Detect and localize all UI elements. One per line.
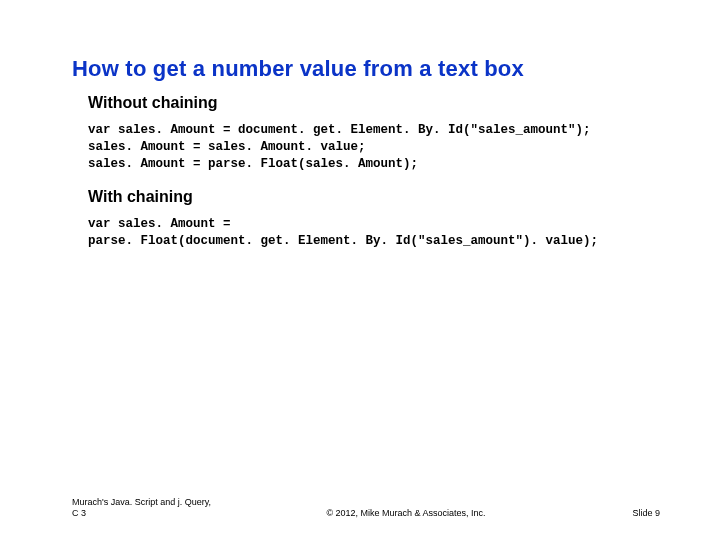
footer-book-title: Murach's Java. Script and j. Query, [72, 497, 211, 507]
footer-slide-number: Slide 9 [580, 508, 660, 518]
code-block-without-chaining: var sales. Amount = document. get. Eleme… [88, 122, 591, 173]
slide-footer: Murach's Java. Script and j. Query, C 3 … [72, 497, 660, 518]
footer-left: Murach's Java. Script and j. Query, C 3 [72, 497, 232, 518]
code-block-with-chaining: var sales. Amount = parse. Float(documen… [88, 216, 598, 250]
footer-copyright: © 2012, Mike Murach & Associates, Inc. [232, 508, 580, 518]
slide-title: How to get a number value from a text bo… [72, 56, 524, 82]
slide-page: How to get a number value from a text bo… [0, 0, 720, 540]
section-heading-without-chaining: Without chaining [88, 94, 218, 112]
footer-chapter: C 3 [72, 508, 86, 518]
section-heading-with-chaining: With chaining [88, 188, 193, 206]
